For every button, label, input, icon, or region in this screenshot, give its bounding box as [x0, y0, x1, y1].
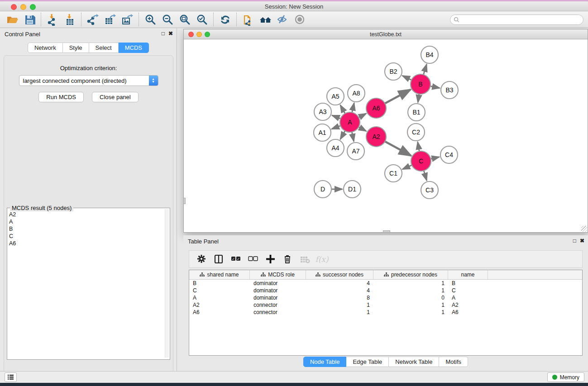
edge-A-A2[interactable]	[359, 127, 366, 131]
export-table-button[interactable]	[101, 12, 119, 27]
column-header-name[interactable]: name	[448, 270, 488, 279]
tab-network-table[interactable]: Network Table	[389, 357, 439, 367]
edge-A-A6[interactable]	[359, 114, 366, 118]
table-row[interactable]: A2connector11A2	[189, 301, 582, 309]
table-row[interactable]: Cdominator41C	[189, 287, 582, 294]
bottom-grip-handle[interactable]	[383, 230, 390, 233]
resize-corner-handle[interactable]	[581, 226, 587, 232]
export-image-button[interactable]	[119, 12, 136, 27]
float-table-panel-icon[interactable]: □	[573, 238, 576, 244]
graph-node-B2[interactable]: B2	[385, 63, 402, 80]
run-mcds-button[interactable]: Run MCDS	[38, 92, 84, 102]
close-panel-button[interactable]: Close panel	[92, 92, 139, 102]
tab-motifs[interactable]: Motifs	[439, 357, 468, 367]
edge-A6-B[interactable]	[385, 90, 411, 104]
graph-node-B3[interactable]: B3	[441, 81, 458, 99]
deselect-all-columns-button[interactable]	[245, 253, 261, 266]
export-network-button[interactable]	[84, 12, 101, 27]
tab-edge-table[interactable]: Edge Table	[346, 357, 389, 367]
edge-C-C2[interactable]	[418, 142, 420, 152]
tab-network[interactable]: Network	[28, 43, 63, 53]
import-table-button[interactable]	[61, 12, 78, 27]
show-all-button[interactable]	[291, 12, 308, 27]
graph-node-A7[interactable]: A7	[347, 143, 364, 160]
table-row[interactable]: Bdominator41B	[189, 280, 582, 287]
column-header-shared-name[interactable]: shared name	[189, 270, 250, 279]
column-header-predecessor-nodes[interactable]: predecessor nodes	[373, 270, 448, 279]
mcds-result-item[interactable]: A2	[9, 211, 163, 218]
edge-A-A5[interactable]	[340, 105, 345, 114]
search-input[interactable]	[459, 17, 583, 23]
mcds-result-item[interactable]: A6	[9, 240, 163, 247]
graph-node-A1[interactable]: A1	[314, 124, 331, 141]
first-neighbors-button[interactable]	[257, 12, 274, 27]
zoom-out-button[interactable]	[159, 12, 176, 27]
search-box[interactable]	[450, 14, 583, 25]
graph-node-A8[interactable]: A8	[348, 85, 365, 102]
graph-node-B1[interactable]: B1	[408, 104, 425, 121]
close-table-panel-icon[interactable]: ✖	[580, 238, 584, 244]
edge-B-B4[interactable]	[424, 64, 427, 75]
edge-B-B1[interactable]	[418, 94, 419, 102]
network-window-titlebar[interactable]: testGlobe.txt	[184, 29, 588, 39]
save-session-button[interactable]	[21, 12, 38, 27]
graph-node-B4[interactable]: B4	[421, 46, 438, 63]
new-network-from-selection-button[interactable]	[239, 12, 257, 27]
graph-node-C1[interactable]: C1	[385, 165, 402, 182]
zoom-selected-button[interactable]	[193, 12, 210, 27]
graph-node-A[interactable]: A	[340, 112, 360, 132]
create-column-button[interactable]	[263, 253, 278, 266]
mcds-result-list[interactable]: A2ABCA6	[9, 211, 163, 358]
memory-button[interactable]: Memory	[547, 372, 584, 382]
edge-C-C1[interactable]	[402, 165, 412, 169]
select-all-columns-button[interactable]: ✓✓	[228, 253, 244, 266]
table-row[interactable]: A6connector11A6	[189, 309, 582, 316]
mcds-result-item[interactable]: A	[9, 218, 163, 225]
edge-A-A7[interactable]	[352, 132, 354, 142]
graph-node-A2[interactable]: A2	[366, 127, 386, 147]
left-grip-handle[interactable]	[183, 198, 186, 204]
result-scrollbar[interactable]	[165, 209, 169, 357]
delete-column-button[interactable]	[280, 253, 295, 266]
column-header-MCDS-role[interactable]: MCDS role	[250, 270, 306, 279]
zoom-fit-button[interactable]	[176, 12, 193, 27]
column-header-successor-nodes[interactable]: successor nodes	[306, 270, 373, 279]
graph-node-B[interactable]: B	[411, 74, 430, 94]
zoom-in-button[interactable]	[142, 12, 159, 27]
float-panel-icon[interactable]: □	[162, 30, 165, 37]
tab-node-table[interactable]: Node Table	[303, 357, 347, 367]
refresh-button[interactable]	[216, 12, 234, 27]
graph-node-A3[interactable]: A3	[314, 103, 331, 120]
tab-select[interactable]: Select	[89, 43, 119, 53]
edge-A-A1[interactable]	[332, 126, 341, 129]
edge-A-A8[interactable]	[352, 103, 354, 113]
graph-node-A6[interactable]: A6	[366, 98, 386, 118]
show-columns-button[interactable]	[211, 253, 226, 266]
edge-C-C3[interactable]	[424, 171, 426, 181]
graph-node-D[interactable]: D	[314, 181, 331, 198]
hide-selected-button[interactable]	[274, 12, 291, 27]
graph-node-C4[interactable]: C4	[440, 146, 458, 163]
tab-style[interactable]: Style	[63, 43, 89, 53]
edge-A-A4[interactable]	[340, 131, 345, 139]
close-panel-icon[interactable]: ✖	[168, 30, 173, 37]
graph-node-D1[interactable]: D1	[344, 181, 361, 198]
edge-A-A3[interactable]	[332, 115, 341, 119]
edge-B-B2[interactable]	[402, 76, 411, 80]
node-table[interactable]: shared nameMCDS rolesuccessor nodesprede…	[189, 270, 583, 356]
import-network-button[interactable]	[44, 12, 61, 27]
graph-node-C3[interactable]: C3	[421, 181, 438, 199]
edge-A2-C[interactable]	[385, 142, 411, 156]
graph-node-A5[interactable]: A5	[327, 88, 344, 105]
mcds-result-item[interactable]: C	[9, 233, 163, 240]
network-graph-canvas[interactable]: AA1A2A3A4A5A6A7A8BB1B2B3B4CC1C2C3C4DD1	[184, 40, 587, 232]
edge-B-B3[interactable]	[430, 86, 440, 88]
open-session-button[interactable]	[4, 12, 21, 27]
table-row[interactable]: Adominator80A	[189, 294, 582, 301]
edge-C-C4[interactable]	[431, 157, 440, 159]
graph-node-C2[interactable]: C2	[407, 124, 425, 141]
table-settings-button[interactable]	[194, 253, 209, 266]
mcds-result-item[interactable]: B	[9, 225, 163, 233]
tab-mcds[interactable]: MCDS	[119, 43, 149, 53]
criterion-dropdown[interactable]: largest connected component (directed) ▲…	[19, 75, 158, 86]
